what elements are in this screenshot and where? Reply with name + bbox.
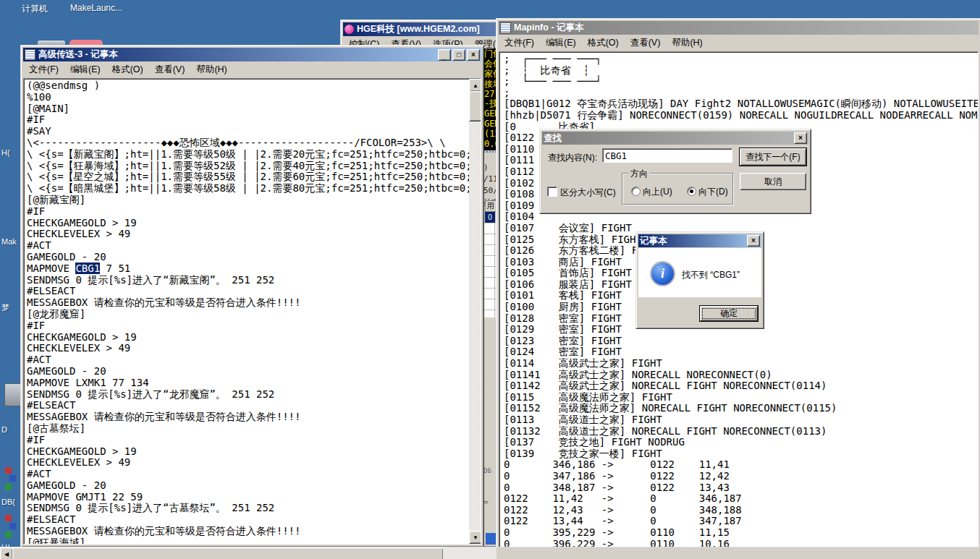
desktop-icon-monitor[interactable] [4,383,22,406]
notepad-line: SENDMSG 0 提示[%s]进入了“新藏宝阁”。 251 252 [27,275,469,286]
vertical-scrollbar[interactable]: ▲ ▼ [469,79,481,544]
match-case-label[interactable]: 区分大小写(C) [560,187,616,199]
notepad-line: [01141 高级武士之家] NORECALL NORECONNECT(0) [504,370,978,381]
mapinfo-titlebar[interactable]: Mapinfo - 记事本 [499,21,979,35]
notepad-line: CHECKLEVELEX > 49 [27,457,469,469]
notepad-line-selection: MAPMOVE CBG1 7 51 [27,263,469,275]
menu-item[interactable]: 文件(F) [499,35,540,51]
menu-item[interactable]: 查看(V) [625,35,667,51]
close-icon[interactable]: × [747,235,760,247]
direction-up-radio[interactable] [631,187,641,196]
find-dialog-titlebar[interactable]: 查找 × [542,132,808,145]
find-input[interactable] [602,148,732,163]
selected-text: CBG1 [75,263,100,274]
notepad-line: ; [504,88,978,99]
notepad-line: \ <{s=【狂暴海域】;ht=||1.需要等级52级 | |2.需要40元宝;… [27,161,469,172]
direction-label: 方向 [628,168,650,180]
ok-button[interactable]: 确定 [700,306,758,321]
mapinfo-menubar: 文件(F)编辑(E)格式(O)查看(V)帮助(H) [499,35,979,50]
message-box-title: 记事本 [640,235,744,247]
desktop-edge-label[interactable]: Mak [1,237,17,246]
notepad-line: [01152 高级魔法师之家] NORECALL FIGHT NORECONNE… [504,403,978,414]
notepad-line: #ELSEACT [27,286,469,297]
menu-item[interactable]: 格式(O) [106,62,149,77]
notepad-line: [DBQB1|G012 夺宝奇兵活动现场] DAY Fight2 NOTALLO… [504,98,978,110]
message-text: 找不到 “CBG1” [682,269,740,281]
notepad-line: [0113 高级道士之家] FIGHT [504,414,978,426]
script-notepad-content[interactable]: (@@sendmsg )%100[@MAIN]#IF#SAY\<--------… [23,78,481,545]
menu-item[interactable]: 格式(O) [582,35,625,51]
hge-fragment: D6 [483,467,491,474]
script-notepad-menubar: 文件(F)编辑(E)格式(O)查看(V)帮助(H) [23,62,481,77]
match-case-checkbox[interactable] [547,187,557,197]
minimize-button[interactable]: _ [438,49,451,61]
menu-item[interactable]: 文件(F) [23,62,64,77]
notepad-line: 0122 12,43 -> 0 348,188 [504,505,978,516]
notepad-line: [01142 高级武士之家] NORECALL FIGHT NORECONNEC… [504,380,978,392]
notepad-line: #ELSEACT [27,400,469,411]
desktop-edge-label[interactable]: 梦 [1,302,9,313]
scroll-up-button[interactable]: ▲ [469,79,481,92]
cancel-button[interactable]: 取消 [740,173,806,190]
info-icon: i [651,263,674,285]
notepad-line: CHECKGAMEGOLD > 19 [27,446,469,458]
menu-item[interactable]: 查看(V) [149,62,191,77]
notepad-line: MESSAGEBOX 请检查你的元宝和等级是否符合进入条件!!!! [27,411,469,423]
notepad-line: #IF [27,206,469,218]
direction-down-radio[interactable] [687,187,696,196]
find-dialog: 查找 × 查找内容(N): 查找下一个(F) 取消 方向 向上(U) 向下(D)… [539,129,811,214]
notepad-line: [0137 竞技之地] FIGHT NODRUG [504,437,978,448]
notepad-line: (@@sendmsg ) [27,80,469,92]
direction-down-label[interactable]: 向下(D) [698,186,728,198]
hge-table-header: 用 [485,200,497,212]
scrollbar-thumb[interactable] [12,547,444,559]
direction-groupbox: 方向 向上(U) 向下(D) [622,173,733,205]
notepad-line: 0 395,229 -> 0110 11,15 [504,527,978,539]
notepad-line: 0122 13,44 -> 0 347,187 [504,516,978,527]
menu-item[interactable]: 帮助(H) [666,35,708,51]
script-notepad-titlebar[interactable]: 高级传送-3 - 记事本 _ □ × [23,48,481,61]
message-box-titlebar[interactable]: 记事本 × [638,234,761,247]
notepad-line: \ <{s=【星空之城】;ht=||1.需要等级55级 | |2.需要60元宝;… [27,171,469,183]
desktop-icon-colorful[interactable] [4,515,17,539]
find-next-button[interactable]: 查找下一个(F) [740,148,806,166]
scroll-down-button[interactable]: ▼ [469,531,481,544]
menu-item[interactable]: 帮助(H) [190,62,232,77]
hge-logo-icon [345,25,354,34]
desktop-icon-makelaunc[interactable]: MakeLaunc... [70,3,122,13]
notepad-line: #ACT [27,240,469,252]
scrollbar-thumb[interactable] [469,91,481,121]
close-icon[interactable]: × [794,132,807,144]
notepad-message-box: 记事本 × i 找不到 “CBG1” 确定 [635,231,764,329]
menu-item[interactable]: 编辑(E) [540,35,582,51]
notepad-line: #IF [27,435,469,446]
hge-selected-cell[interactable]: 0 [485,212,495,223]
close-button[interactable]: × [467,49,480,61]
notepad-line: #ACT [27,354,469,366]
script-notepad-window: 高级传送-3 - 记事本 _ □ × 文件(F)编辑(E)格式(O)查看(V)帮… [20,45,484,547]
notepad-line: [@古墓祭坛] [27,423,469,435]
desktop-edge-label[interactable]: D [1,425,7,434]
message-box-body: i 找不到 “CBG1” [638,248,761,297]
notepad-line: 0122 11,42 -> 0 346,187 [504,493,978,505]
desktop-edge-label[interactable]: DB( [1,498,15,506]
scroll-left-button[interactable]: ◀ [0,547,13,559]
desktop-icon-computer[interactable]: 计算机 [22,3,48,15]
desktop: 计算机 MakeLaunc... H( Mak 梦 D DB( H( HGE科技… [0,0,980,559]
notepad-line: GAMEGOLD - 20 [27,252,469,263]
notepad-line: \ <{s=【暗黑城堡】;ht=||1.需要等级58级 | |2.需要80元宝;… [27,183,469,195]
desktop-icon-colorful[interactable] [4,467,17,492]
maximize-button[interactable]: □ [452,49,465,61]
notepad-line: %100 [27,92,469,103]
scrollbar-track[interactable] [443,547,497,559]
notepad-line: MAPMOVE LXMK1 77 134 [27,377,469,389]
desktop-edge-label[interactable]: H( [1,148,10,157]
horizontal-scrollbar[interactable]: ◀ [0,547,980,559]
notepad-line: ; ┌─── ─── ───┐ [504,54,978,65]
find-what-label: 查找内容(N): [548,152,597,164]
notepad-icon [500,22,511,33]
direction-up-label[interactable]: 向上(U) [643,186,672,198]
menu-item[interactable]: 编辑(E) [64,62,106,77]
notepad-line: #IF [27,114,469,126]
find-dialog-title: 查找 [544,132,791,145]
